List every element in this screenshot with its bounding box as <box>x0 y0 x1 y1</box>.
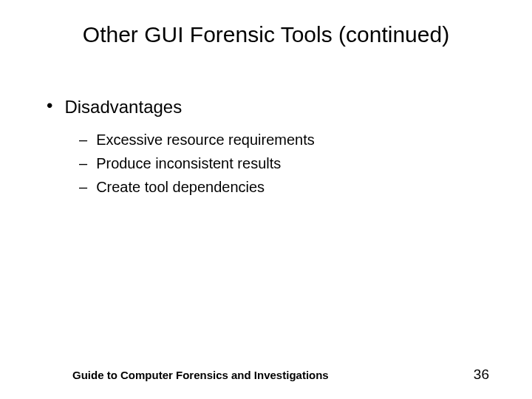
dash-marker: – <box>79 177 87 197</box>
bullet-item-level2: – Create tool dependencies <box>79 177 491 197</box>
bullet-item-level2: – Produce inconsistent results <box>79 154 491 173</box>
sublist: – Excessive resource requirements – Prod… <box>47 130 491 197</box>
slide-content: • Disadvantages – Excessive resource req… <box>41 95 491 197</box>
slide-container: Other GUI Forensic Tools (continued) • D… <box>0 0 532 399</box>
bullet-text: Create tool dependencies <box>96 177 265 197</box>
bullet-item-level1: • Disadvantages <box>47 95 491 118</box>
page-number: 36 <box>474 366 489 383</box>
slide-footer: Guide to Computer Forensics and Investig… <box>0 366 532 383</box>
bullet-item-level2: – Excessive resource requirements <box>79 130 491 149</box>
footer-text: Guide to Computer Forensics and Investig… <box>72 369 329 381</box>
dash-marker: – <box>79 130 87 149</box>
dash-marker: – <box>79 154 87 173</box>
bullet-text: Disadvantages <box>64 95 182 118</box>
bullet-text: Produce inconsistent results <box>96 154 281 173</box>
bullet-marker: • <box>47 95 52 117</box>
slide-title: Other GUI Forensic Tools (continued) <box>41 22 491 47</box>
bullet-text: Excessive resource requirements <box>96 130 315 149</box>
